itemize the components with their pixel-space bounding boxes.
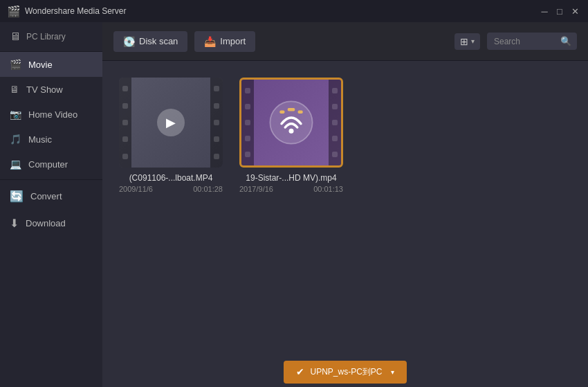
film-strip-left-1 [119, 78, 131, 168]
main-layout: 🖥 PC Library 🎬 Movie 🖥 TV Show 📷 Home Vi… [0, 22, 588, 387]
media-meta-2: 2017/9/16 00:01:13 [239, 185, 343, 193]
film-hole [245, 120, 250, 125]
play-button-1[interactable]: ▶ [157, 109, 185, 136]
media-title-2: 19-Sistar-...HD MV).mp4 [239, 173, 343, 183]
view-toggle-button[interactable]: ⊞ ▾ [454, 33, 480, 50]
media-card-2[interactable]: 19-Sistar-...HD MV).mp4 2017/9/16 00:01:… [239, 78, 343, 193]
film-hole [122, 154, 128, 159]
computer-icon: 💻 [10, 159, 21, 170]
download-icon: ⬇ [10, 217, 19, 230]
media-info-1: (C091106-...lboat.MP4 2009/11/6 00:01:28 [119, 173, 223, 193]
film-hole [122, 86, 128, 91]
sidebar-item-download-label: Download [26, 218, 66, 228]
import-icon: 📥 [204, 36, 216, 47]
sidebar-item-convert-label: Convert [30, 191, 62, 201]
film-hole [122, 103, 128, 109]
sidebar-item-download[interactable]: ⬇ Download [0, 210, 102, 237]
cast-icon [267, 98, 315, 147]
search-box: 🔍 [487, 33, 577, 50]
sidebar-item-homevideo-label: Home Video [28, 109, 77, 120]
device-button[interactable]: ✔ UPNP_ws-PC到PC ▾ [284, 361, 406, 384]
sidebar-item-homevideo[interactable]: 📷 Home Video [0, 102, 102, 127]
svg-rect-2 [288, 108, 295, 111]
film-hole [332, 136, 338, 141]
film-hole [332, 120, 338, 125]
sidebar-item-computer-label: Computer [28, 159, 68, 170]
sidebar-item-music-label: Music [28, 134, 52, 145]
film-hole [245, 104, 250, 109]
pc-library-label: PC Library [26, 32, 66, 42]
film-hole [245, 88, 250, 93]
sidebar-item-tvshow-label: TV Show [26, 84, 63, 95]
film-strip-right-1 [210, 78, 223, 168]
sidebar-item-movie[interactable]: 🎬 Movie [0, 52, 102, 77]
close-button[interactable]: ✕ [569, 5, 581, 17]
device-label: UPNP_ws-PC到PC [310, 366, 382, 378]
sidebar: 🖥 PC Library 🎬 Movie 🖥 TV Show 📷 Home Vi… [0, 22, 102, 387]
film-hole [332, 88, 338, 93]
film-hole [214, 86, 219, 91]
media-title-1: (C091106-...lboat.MP4 [119, 173, 223, 183]
film-hole [214, 136, 219, 142]
disk-scan-label: Disk scan [139, 36, 178, 46]
media-card-1[interactable]: ▶ (C091106-...lboat.MP4 2009/11/6 00:01:… [119, 78, 223, 193]
app-icon: 🎬 [7, 5, 21, 18]
svg-point-1 [289, 129, 294, 134]
movie-icon: 🎬 [10, 59, 21, 70]
media-date-2: 2017/9/16 [239, 185, 273, 193]
film-hole [332, 104, 338, 109]
film-hole [332, 152, 338, 157]
media-date-1: 2009/11/6 [119, 185, 153, 193]
film-hole [214, 103, 219, 109]
sidebar-item-music[interactable]: 🎵 Music [0, 127, 102, 152]
window-controls: ─ □ ✕ [538, 5, 581, 17]
disk-scan-button[interactable]: 💽 Disk scan [113, 31, 187, 52]
pc-library-icon: 🖥 [10, 30, 21, 43]
view-chevron-icon: ▾ [471, 37, 475, 45]
svg-rect-4 [298, 111, 303, 114]
film-hole [214, 154, 219, 159]
pc-library-header: 🖥 PC Library [0, 22, 102, 52]
media-meta-1: 2009/11/6 00:01:28 [119, 185, 223, 193]
film-strip-right-2 [329, 80, 341, 165]
media-thumb-1: ▶ [119, 78, 223, 168]
check-icon: ✔ [296, 366, 304, 377]
film-hole [214, 120, 219, 125]
film-hole [245, 152, 250, 157]
film-hole [122, 136, 128, 142]
sidebar-item-movie-label: Movie [28, 60, 53, 70]
toolbar: 💽 Disk scan 📥 Import ⊞ ▾ 🔍 [102, 22, 588, 61]
sidebar-divider [0, 179, 102, 180]
restore-button[interactable]: □ [553, 5, 566, 17]
device-chevron-icon: ▾ [391, 368, 394, 376]
convert-icon: 🔄 [10, 190, 24, 203]
media-duration-2: 00:01:13 [313, 185, 343, 193]
import-label: Import [220, 36, 246, 46]
music-icon: 🎵 [10, 134, 21, 145]
media-info-2: 19-Sistar-...HD MV).mp4 2017/9/16 00:01:… [239, 173, 343, 193]
sidebar-item-tvshow[interactable]: 🖥 TV Show [0, 77, 102, 102]
grid-view-icon: ⊞ [460, 36, 468, 47]
search-icon[interactable]: 🔍 [560, 36, 571, 46]
film-strip-left-2 [241, 80, 254, 165]
content-area: 💽 Disk scan 📥 Import ⊞ ▾ 🔍 [102, 22, 588, 387]
media-duration-1: 00:01:28 [193, 185, 223, 193]
homevideo-icon: 📷 [10, 109, 21, 120]
media-thumb-2 [239, 78, 343, 168]
app-title: Wondershare Media Server [25, 6, 538, 16]
sidebar-item-computer[interactable]: 💻 Computer [0, 152, 102, 177]
titlebar: 🎬 Wondershare Media Server ─ □ ✕ [0, 0, 588, 22]
svg-rect-3 [279, 111, 284, 114]
film-hole [245, 136, 250, 141]
bottom-bar: ✔ UPNP_ws-PC到PC ▾ [102, 357, 588, 387]
disk-scan-icon: 💽 [123, 36, 135, 47]
import-button[interactable]: 📥 Import [194, 31, 255, 52]
media-grid: ▶ (C091106-...lboat.MP4 2009/11/6 00:01:… [102, 61, 588, 357]
minimize-button[interactable]: ─ [538, 5, 551, 17]
sidebar-item-convert[interactable]: 🔄 Convert [0, 183, 102, 210]
tvshow-icon: 🖥 [10, 84, 19, 95]
search-input[interactable] [494, 37, 556, 46]
film-hole [122, 120, 128, 125]
